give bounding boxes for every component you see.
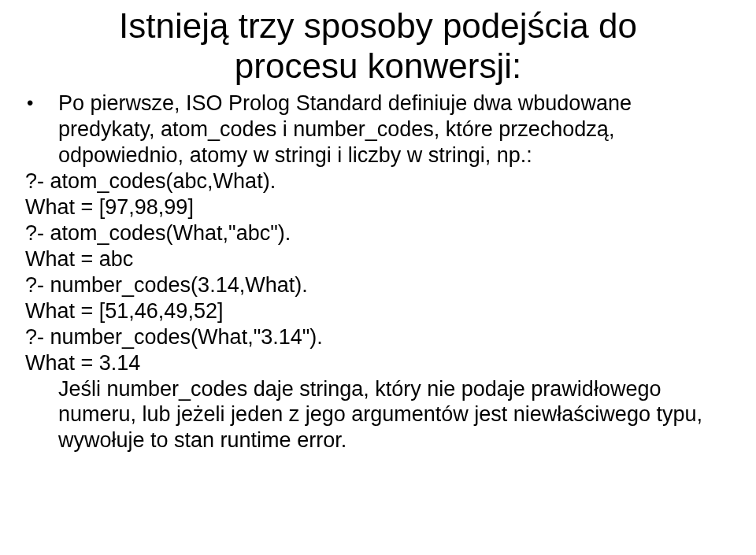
slide: Istnieją trzy sposoby podejścia do proce… [0, 0, 756, 555]
bullet-text-1: Po pierwsze, ISO Prolog Standard definiu… [58, 91, 732, 168]
code-line-8: What = 3.14 [24, 350, 732, 376]
title-line-2: procesu konwersji: [235, 46, 521, 85]
slide-body: • Po pierwsze, ISO Prolog Standard defin… [24, 91, 732, 453]
code-line-2: What = [97,98,99] [24, 194, 732, 220]
bullet-item-2: Jeśli number_codes daje stringa, który n… [24, 376, 732, 454]
bullet-text-2: Jeśli number_codes daje stringa, który n… [58, 376, 732, 454]
code-line-1: ?- atom_codes(abc,What). [24, 168, 732, 194]
code-line-7: ?- number_codes(What,"3.14"). [24, 324, 732, 350]
code-line-4: What = abc [24, 246, 732, 272]
code-line-5: ?- number_codes(3.14,What). [24, 272, 732, 298]
bullet-marker: • [24, 91, 58, 116]
slide-title: Istnieją trzy sposoby podejścia do proce… [24, 6, 732, 86]
code-line-3: ?- atom_codes(What,"abc"). [24, 220, 732, 246]
bullet-item-1: • Po pierwsze, ISO Prolog Standard defin… [24, 91, 732, 168]
code-line-6: What = [51,46,49,52] [24, 298, 732, 324]
title-line-1: Istnieją trzy sposoby podejścia do [119, 6, 637, 45]
